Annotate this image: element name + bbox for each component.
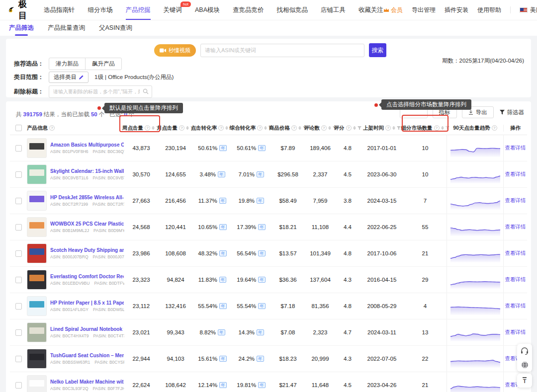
product-thumbnail[interactable] [27,191,47,211]
question-icon[interactable]: ? [49,125,55,131]
col-header-month[interactable]: 月点击量? [158,125,193,132]
question-icon[interactable]: ? [179,125,184,131]
trend-sparkline [450,244,500,262]
search-input[interactable] [200,44,364,57]
product-title[interactable]: Everlasting Comfort Doctor Recommend... [50,274,124,279]
nav-right-item-1[interactable]: 插件安装 [445,6,468,14]
row-checkbox[interactable] [15,224,22,231]
select-all-checkbox[interactable] [15,125,22,131]
nav-item-3[interactable]: 关键词hot [164,0,182,20]
cell-week-clicks: 22,624 [124,372,158,392]
product-thumbnail[interactable] [27,349,47,369]
product-title[interactable]: Scotch Heavy Duty Shipping and Moving... [50,247,124,253]
row-checkbox[interactable] [15,356,22,362]
language-globe-button[interactable] [517,358,532,372]
select-category-button[interactable]: 选择类目 [49,72,89,83]
filter-button[interactable]: 筛选器 [499,106,526,118]
row-checkbox[interactable] [15,198,22,204]
nav-item-6[interactable]: 找相似竞品 [277,0,308,20]
product-thumbnail[interactable] [27,296,47,316]
nav-item-0[interactable]: 选品指南针 [44,0,75,20]
question-icon[interactable]: ? [218,125,224,131]
view-details-link[interactable]: 查看详情 [505,303,526,310]
filter-funnel-icon[interactable] [397,126,401,130]
question-icon[interactable]: ? [257,125,263,131]
recommend-option-0[interactable]: 潜力新品 [49,58,86,70]
subtab-0[interactable]: 产品筛选 [9,20,34,36]
nav-item-2[interactable]: 产品挖掘 [126,0,151,20]
nav-item-1[interactable]: 细分市场 [88,0,113,20]
search-button[interactable]: 搜索 [369,43,386,57]
product-title[interactable]: HP Printer Paper | 8.5 x 11 Paper | Copy… [50,300,124,306]
row-checkbox[interactable] [15,171,22,178]
col-header-price[interactable]: 商品价格? [270,125,305,132]
sort-icon[interactable] [186,126,189,130]
intro-video-button[interactable]: 秒懂视频 [154,44,196,57]
product-title[interactable]: HP DeskJet 2855e Wireless All-in-One ... [50,195,124,200]
row-checkbox[interactable] [15,145,22,152]
row-checkbox[interactable] [15,382,22,389]
view-details-link[interactable]: 查看详情 [505,171,526,178]
product-thumbnail[interactable] [27,164,47,184]
sort-icon[interactable] [225,126,228,130]
sort-icon[interactable] [392,126,395,130]
col-header-trend[interactable]: 90天点击量趋势? [447,125,503,132]
nav-item-7[interactable]: 店铺工具 [321,0,346,20]
row-checkbox[interactable] [15,250,22,257]
view-details-link[interactable]: 查看详情 [505,276,526,283]
subtab-1[interactable]: 产品批量查询 [48,20,85,36]
product-title[interactable]: Lined Spiral Journal Notebook for Wome..… [50,326,124,332]
sort-icon[interactable] [328,126,331,130]
brand-logo[interactable]: 极目 [8,0,31,21]
region-selector[interactable]: 美国 ▾ [520,6,537,14]
row-checkbox[interactable] [15,303,22,310]
product-thumbnail[interactable] [27,243,47,263]
cell-month-clicks: 108,642 [158,372,193,392]
product-title[interactable]: Amazon Basics Multipurpose Copy Print... [50,142,124,148]
col-header-reviews[interactable]: 评论数? [305,125,335,132]
col-header-ctr[interactable]: 点击转化率? [193,125,232,132]
product-thumbnail[interactable] [27,270,47,290]
view-details-link[interactable]: 查看详情 [505,145,526,152]
product-title[interactable]: WOWBOX 25 PCS Clear Plastic Drawer ... [50,221,124,227]
product-thumbnail[interactable] [27,375,47,392]
subtab-2[interactable]: 父ASIN查询 [99,20,132,36]
sort-icon[interactable] [353,126,356,130]
col-header-rating[interactable]: 评分? [335,125,360,132]
product-title[interactable]: Nelko Label Maker Machine with Tape P... [50,379,124,385]
search-icon[interactable] [143,88,149,94]
view-details-link[interactable]: 查看详情 [505,329,526,336]
nav-item-4[interactable]: ABA模块 [195,0,220,20]
nav-right-item-2[interactable]: 使用帮助 [477,6,501,14]
row-checkbox[interactable] [15,277,22,283]
nav-right-item-0[interactable]: 导出管理 [412,6,436,14]
back-to-top-button[interactable]: T [517,374,532,388]
question-icon[interactable]: ? [492,125,497,131]
question-icon[interactable]: ? [321,125,327,131]
question-icon[interactable]: ? [291,125,297,131]
sort-icon[interactable] [298,126,301,130]
col-header-cvr[interactable]: 综合转化率? [232,125,270,132]
product-title[interactable]: Skylight Calendar: 15-inch Wall Planner … [50,168,124,174]
row-checkbox[interactable] [15,329,22,336]
col-header-action[interactable]: 操作 [503,125,527,132]
question-icon[interactable]: ? [385,125,391,131]
product-thumbnail[interactable] [27,138,47,158]
customer-service-button[interactable] [517,344,532,358]
question-icon[interactable]: ? [346,125,352,131]
vip-link[interactable]: 会员 [383,6,403,14]
recommend-option-1[interactable]: 飙升产品 [85,58,122,70]
product-title[interactable]: TushGuard Seat Cushion – Memory Foa... [50,353,124,358]
sort-icon[interactable] [264,126,267,130]
product-thumbnail[interactable] [27,322,47,342]
product-thumbnail[interactable] [27,217,47,237]
view-details-link[interactable]: 查看详情 [505,250,526,257]
col-header-date[interactable]: 上架时间? [360,125,404,132]
exclude-title-input[interactable] [49,85,152,98]
nav-item-5[interactable]: 查竞品竞价 [233,0,264,20]
view-details-link[interactable]: 查看详情 [505,197,526,204]
view-details-link[interactable]: 查看详情 [505,224,526,231]
col-header-product[interactable]: 产品信息? [27,125,124,132]
nav-item-8[interactable]: 收藏关注 [358,0,383,20]
year-badge: 年 [219,224,227,230]
